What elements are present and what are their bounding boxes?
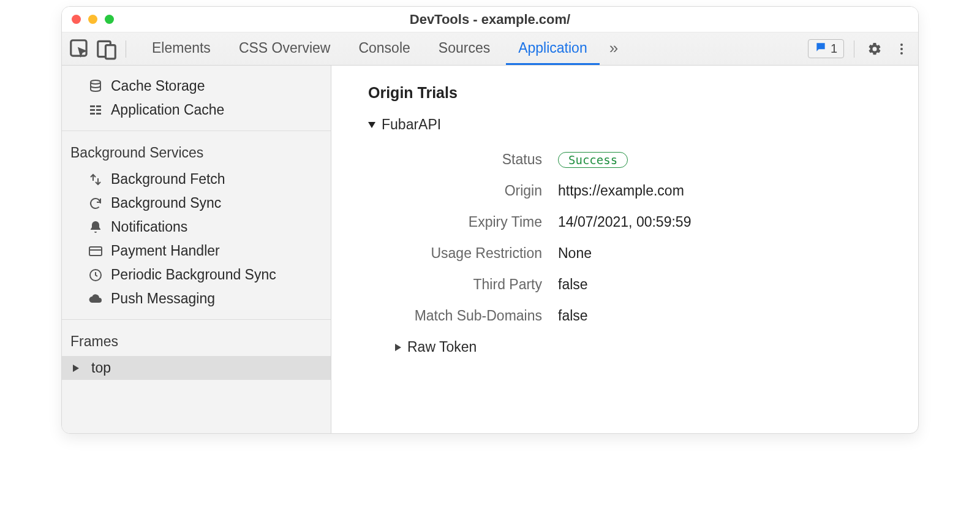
clock-icon xyxy=(88,267,104,283)
sidebar-group-background-services: Background Services Background Fetch Bac… xyxy=(62,131,331,320)
devtools-window: DevTools - example.com/ Elements CSS Ove… xyxy=(61,6,919,434)
toolbar-separator-2 xyxy=(854,40,854,58)
row-third-party: Third Party false xyxy=(386,269,900,300)
toolbar-separator xyxy=(126,40,126,58)
sidebar-item-payment-handler[interactable]: Payment Handler xyxy=(62,239,331,263)
grid-icon xyxy=(88,102,104,118)
value-expiry: 14/07/2021, 00:59:59 xyxy=(558,214,691,230)
svg-rect-7 xyxy=(90,105,95,107)
sidebar-item-notifications[interactable]: Notifications xyxy=(62,215,331,239)
credit-card-icon xyxy=(88,243,104,259)
sidebar-item-label: Push Messaging xyxy=(111,290,215,307)
origin-trial-details: Status Success Origin https://example.co… xyxy=(386,144,900,331)
value-usage: None xyxy=(558,245,592,262)
sidebar-group-frames: Frames top xyxy=(62,320,331,388)
row-status: Status Success xyxy=(386,144,900,175)
sidebar-item-background-sync[interactable]: Background Sync xyxy=(62,191,331,215)
database-icon xyxy=(88,78,104,94)
label-status: Status xyxy=(386,151,558,168)
inspect-element-icon[interactable] xyxy=(68,37,91,61)
svg-rect-11 xyxy=(90,113,95,115)
close-window-button[interactable] xyxy=(72,15,81,24)
value-origin: https://example.com xyxy=(558,183,684,199)
titlebar: DevTools - example.com/ xyxy=(62,7,918,32)
sidebar-item-label: Periodic Background Sync xyxy=(111,267,276,283)
tab-elements[interactable]: Elements xyxy=(140,32,223,65)
settings-button[interactable] xyxy=(864,39,885,59)
value-subdomains: false xyxy=(558,308,588,324)
sidebar-item-push-messaging[interactable]: Push Messaging xyxy=(62,287,331,311)
svg-rect-10 xyxy=(96,109,101,111)
svg-point-6 xyxy=(91,80,100,84)
sync-icon xyxy=(88,195,104,211)
svg-rect-8 xyxy=(96,105,101,107)
device-toggle-icon[interactable] xyxy=(95,37,118,61)
sidebar-item-label: Background Fetch xyxy=(111,171,225,188)
cloud-icon xyxy=(88,291,104,307)
sidebar-item-label: Notifications xyxy=(111,219,187,235)
sidebar-item-background-fetch[interactable]: Background Fetch xyxy=(62,167,331,191)
issues-count: 1 xyxy=(831,42,837,56)
raw-token-toggle[interactable]: Raw Token xyxy=(395,339,900,355)
main-toolbar: Elements CSS Overview Console Sources Ap… xyxy=(62,32,918,66)
tab-css-overview[interactable]: CSS Overview xyxy=(227,32,343,65)
row-expiry: Expiry Time 14/07/2021, 00:59:59 xyxy=(386,206,900,238)
toolbar-right: 1 xyxy=(808,39,912,59)
label-third-party: Third Party xyxy=(386,276,558,293)
sidebar-item-label: Application Cache xyxy=(111,102,224,118)
tab-console[interactable]: Console xyxy=(346,32,422,65)
svg-rect-13 xyxy=(89,247,102,256)
issues-badge[interactable]: 1 xyxy=(808,39,844,58)
application-sidebar: Cache Storage Application Cache Backgrou… xyxy=(62,66,331,433)
value-third-party: false xyxy=(558,276,588,293)
sidebar-item-label: top xyxy=(91,360,111,376)
origin-trials-heading: Origin Trials xyxy=(368,84,900,102)
label-subdomains: Match Sub-Domains xyxy=(386,308,558,324)
raw-token-label: Raw Token xyxy=(407,339,477,355)
sidebar-item-application-cache[interactable]: Application Cache xyxy=(62,98,331,122)
panel-tabs: Elements CSS Overview Console Sources Ap… xyxy=(140,32,624,65)
tab-application[interactable]: Application xyxy=(506,32,600,65)
origin-trials-panel: Origin Trials FubarAPI Status Success Or… xyxy=(331,66,918,433)
status-badge-success: Success xyxy=(558,152,628,168)
label-origin: Origin xyxy=(386,183,558,199)
label-expiry: Expiry Time xyxy=(386,214,558,230)
sidebar-item-frame-top[interactable]: top xyxy=(62,356,331,380)
sidebar-item-label: Cache Storage xyxy=(111,78,205,94)
panel-body: Cache Storage Application Cache Backgrou… xyxy=(62,66,918,433)
svg-rect-12 xyxy=(96,113,101,115)
window-controls xyxy=(62,15,114,24)
transfer-icon xyxy=(88,172,104,188)
value-status: Success xyxy=(558,151,628,168)
minimize-window-button[interactable] xyxy=(88,15,97,24)
maximize-window-button[interactable] xyxy=(105,15,114,24)
sidebar-group-cache: Cache Storage Application Cache xyxy=(62,66,331,131)
expand-triangle-icon xyxy=(73,365,79,372)
svg-rect-9 xyxy=(90,109,95,111)
svg-point-5 xyxy=(900,52,903,55)
sidebar-heading-background-services: Background Services xyxy=(62,136,331,167)
sidebar-item-label: Payment Handler xyxy=(111,243,220,259)
sidebar-item-cache-storage[interactable]: Cache Storage xyxy=(62,74,331,98)
chat-icon xyxy=(815,41,827,56)
svg-point-3 xyxy=(900,44,903,46)
expand-triangle-icon xyxy=(395,344,401,351)
label-usage: Usage Restriction xyxy=(386,245,558,262)
row-origin: Origin https://example.com xyxy=(386,175,900,206)
origin-trial-entry[interactable]: FubarAPI xyxy=(368,116,900,133)
origin-trial-name: FubarAPI xyxy=(382,116,441,133)
row-subdomains: Match Sub-Domains false xyxy=(386,300,900,331)
svg-rect-2 xyxy=(105,45,115,58)
window-title: DevTools - example.com/ xyxy=(62,12,918,28)
more-menu-button[interactable] xyxy=(891,39,912,59)
bell-icon xyxy=(88,219,104,235)
row-usage-restriction: Usage Restriction None xyxy=(386,238,900,269)
sidebar-item-periodic-background-sync[interactable]: Periodic Background Sync xyxy=(62,263,331,287)
tab-more[interactable]: » xyxy=(603,32,624,65)
svg-point-4 xyxy=(900,48,903,50)
sidebar-item-label: Background Sync xyxy=(111,195,221,211)
sidebar-heading-frames: Frames xyxy=(62,325,331,356)
collapse-triangle-icon xyxy=(368,122,375,128)
tab-sources[interactable]: Sources xyxy=(426,32,502,65)
